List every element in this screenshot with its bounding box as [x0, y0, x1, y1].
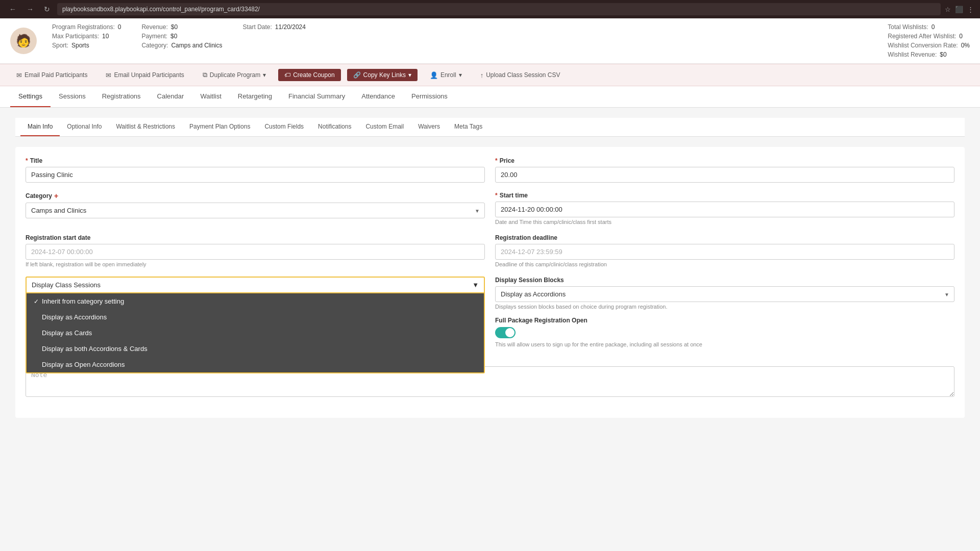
stats-col-1: Program Registrations: 0 Max Participant… [52, 23, 121, 58]
price-field-col: * Price [495, 157, 954, 183]
stats-grid: Program Registrations: 0 Max Participant… [52, 23, 970, 58]
stat-max-participants: Max Participants: 10 [52, 33, 121, 40]
copy-key-links-button[interactable]: 🔗 Copy Key Links ▾ [347, 69, 418, 81]
sub-tab-payment-plan-options[interactable]: Payment Plan Options [182, 118, 257, 136]
sub-tab-main-info[interactable]: Main Info [20, 118, 60, 136]
category-label: Category + [26, 192, 485, 200]
coupon-icon: 🏷 [284, 71, 290, 79]
stat-payment: Payment: $0 [141, 33, 222, 40]
category-select[interactable]: Camps and Clinics [26, 203, 485, 218]
enroll-icon: 👤 [430, 71, 438, 79]
reg-start-date-label: Registration start date [26, 234, 485, 241]
action-toolbar: ✉ Email Paid Participants ✉ Email Unpaid… [0, 64, 980, 86]
display-session-blocks-select[interactable]: Display as Accordions [495, 286, 954, 302]
price-required-star: * [495, 157, 498, 164]
full-package-hint: This will allow users to sign up for the… [495, 341, 702, 347]
upload-csv-button[interactable]: ↑ Upload Class Session CSV [474, 69, 567, 82]
category-add-icon[interactable]: + [54, 192, 58, 200]
sub-tab-custom-fields[interactable]: Custom Fields [257, 118, 311, 136]
category-field-col: Category + Camps and Clinics [26, 192, 485, 225]
email-unpaid-button[interactable]: ✉ Email Unpaid Participants [100, 69, 190, 82]
chevron-down-icon: ▾ [263, 71, 266, 79]
stats-col-3: Start Date: 11/20/2024 [242, 23, 305, 58]
start-time-hint: Date and Time this camp/clinic/class fir… [495, 219, 954, 225]
avatar: 🧑 [10, 28, 37, 54]
main-nav: Settings Sessions Registrations Calendar… [0, 86, 980, 108]
menu-icon[interactable]: ⋮ [967, 6, 974, 13]
check-icon: ✓ [34, 298, 39, 305]
category-select-wrapper: Camps and Clinics [26, 203, 485, 218]
tab-registrations[interactable]: Registrations [94, 86, 149, 107]
title-input[interactable] [26, 167, 485, 183]
tab-settings[interactable]: Settings [10, 86, 51, 107]
start-time-label: * Start time [495, 192, 954, 199]
display-session-blocks-select-wrapper: Display as Accordions [495, 286, 954, 302]
dropdown-option-inherit[interactable]: ✓ Inherit from category setting [27, 293, 484, 309]
url-bar[interactable] [57, 3, 941, 15]
duplicate-program-button[interactable]: ⧉ Duplicate Program ▾ [197, 68, 272, 82]
forward-button[interactable]: → [23, 4, 37, 14]
email-paid-button[interactable]: ✉ Email Paid Participants [10, 69, 93, 82]
title-label: * Title [26, 157, 485, 164]
display-class-sessions-trigger[interactable]: Display Class Sessions ▼ [26, 277, 485, 293]
sub-tab-waivers[interactable]: Waivers [411, 118, 447, 136]
star-icon[interactable]: ☆ [945, 6, 951, 13]
category-starttime-row: Category + Camps and Clinics * Start tim… [26, 192, 954, 225]
email-unpaid-icon: ✉ [106, 71, 111, 79]
full-package-toggle[interactable] [495, 327, 516, 338]
right-panel-col: Display Session Blocks Display as Accord… [495, 277, 954, 347]
display-class-sessions-dropdown: Display Class Sessions ▼ ✓ Inherit from … [26, 277, 485, 293]
reg-start-date-col: Registration start date If left blank, r… [26, 234, 485, 267]
sub-tab-waitlist-restrictions[interactable]: Waitlist & Restrictions [109, 118, 182, 136]
stat-category: Category: Camps and Clinics [141, 42, 222, 49]
start-time-field-col: * Start time Date and Time this camp/cli… [495, 192, 954, 225]
price-label: * Price [495, 157, 954, 164]
stat-revenue: Revenue: $0 [141, 23, 222, 31]
create-coupon-button[interactable]: 🏷 Create Coupon [278, 69, 340, 81]
title-field-col: * Title [26, 157, 485, 183]
browser-bar: ← → ↻ ☆ ⬛ ⋮ [0, 0, 980, 18]
tab-waitlist[interactable]: Waitlist [192, 86, 229, 107]
sub-tab-custom-email[interactable]: Custom Email [358, 118, 411, 136]
reg-start-date-hint: If left blank, registration will be open… [26, 261, 485, 267]
display-session-blocks-field: Display Session Blocks Display as Accord… [495, 277, 954, 310]
start-time-input[interactable] [495, 202, 954, 217]
display-sessions-row: Display Class Sessions ▼ ✓ Inherit from … [26, 277, 954, 347]
back-button[interactable]: ← [6, 4, 19, 14]
sub-nav: Main Info Optional Info Waitlist & Restr… [15, 118, 965, 137]
duplicate-icon: ⧉ [203, 71, 207, 79]
dropdown-option-accordions[interactable]: Display as Accordions [27, 309, 484, 325]
reg-deadline-input[interactable] [495, 244, 954, 260]
tab-retargeting[interactable]: Retargeting [230, 86, 280, 107]
dropdown-option-both[interactable]: Display as both Accordions & Cards [27, 341, 484, 357]
reg-deadline-label: Registration deadline [495, 234, 954, 241]
dropdown-option-cards[interactable]: Display as Cards [27, 325, 484, 341]
extension-icon[interactable]: ⬛ [955, 6, 963, 13]
tab-sessions[interactable]: Sessions [51, 86, 94, 107]
browser-icons: ☆ ⬛ ⋮ [945, 6, 974, 13]
sub-tab-meta-tags[interactable]: Meta Tags [447, 118, 489, 136]
tab-attendance[interactable]: Attendance [353, 86, 403, 107]
display-session-blocks-hint: Displays session blocks based on choice … [495, 304, 954, 310]
stats-col-2: Revenue: $0 Payment: $0 Category: Camps … [141, 23, 222, 58]
tab-calendar[interactable]: Calendar [149, 86, 192, 107]
chevron-down-icon-3: ▾ [459, 71, 462, 79]
price-input[interactable] [495, 167, 954, 183]
display-session-blocks-label: Display Session Blocks [495, 277, 954, 284]
form-panel: * Title * Price Category + [15, 147, 965, 418]
dropdown-chevron-icon: ▼ [472, 281, 479, 289]
email-icon: ✉ [16, 71, 22, 79]
tab-permissions[interactable]: Permissions [403, 86, 456, 107]
title-price-row: * Title * Price [26, 157, 954, 183]
tab-financial-summary[interactable]: Financial Summary [280, 86, 353, 107]
dropdown-option-open-accordions[interactable]: Display as Open Accordions [27, 357, 484, 372]
sub-tab-optional-info[interactable]: Optional Info [60, 118, 109, 136]
reg-start-date-input[interactable] [26, 244, 485, 260]
enroll-button[interactable]: 👤 Enroll ▾ [424, 69, 468, 82]
stats-header: 🧑 Program Registrations: 0 Max Participa… [0, 18, 980, 64]
sub-tab-notifications[interactable]: Notifications [311, 118, 358, 136]
display-class-sessions-menu: ✓ Inherit from category setting Display … [26, 293, 485, 373]
content-area: Main Info Optional Info Waitlist & Restr… [0, 108, 980, 551]
stat-wishlist-revenue: Wishlist Revenue: $0 [888, 51, 970, 58]
refresh-button[interactable]: ↻ [41, 4, 53, 14]
